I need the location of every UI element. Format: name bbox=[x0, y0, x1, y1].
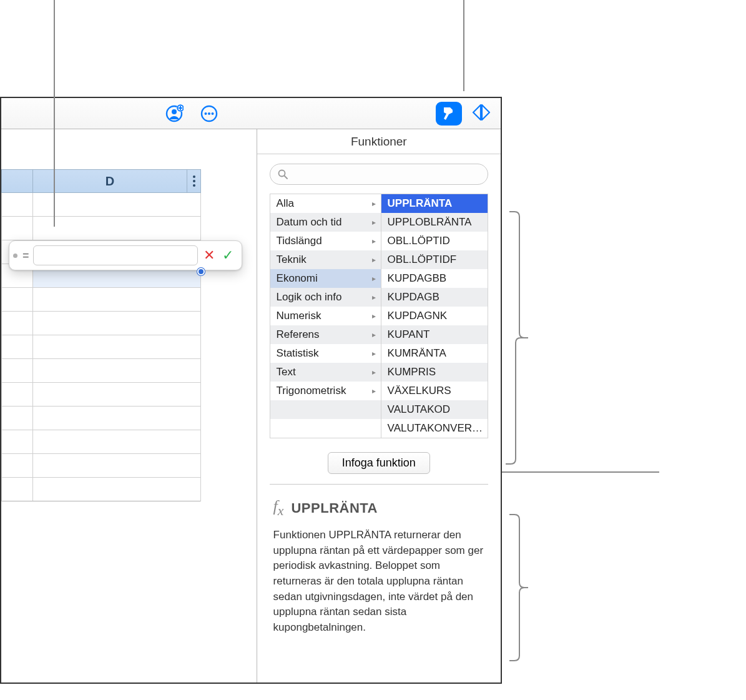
function-item[interactable]: VALUTAKONVER… bbox=[381, 419, 488, 438]
more-icon bbox=[200, 104, 218, 123]
category-item[interactable]: Numerisk▸ bbox=[270, 307, 381, 325]
formula-input[interactable] bbox=[33, 245, 198, 265]
sheet-pane: D bbox=[1, 129, 257, 683]
organize-icon bbox=[471, 102, 492, 123]
category-item[interactable]: Datum och tid▸ bbox=[270, 213, 381, 232]
collab-button[interactable] bbox=[164, 103, 185, 124]
svg-point-6 bbox=[208, 112, 210, 115]
function-item[interactable]: OBL.LÖPTID bbox=[381, 232, 488, 250]
category-label: Referens bbox=[277, 328, 320, 341]
category-item-empty bbox=[270, 400, 381, 419]
svg-point-7 bbox=[212, 112, 214, 115]
chevron-right-icon: ▸ bbox=[372, 312, 376, 320]
category-item[interactable]: Referens▸ bbox=[270, 325, 381, 344]
cell-selection-handle[interactable] bbox=[197, 268, 205, 275]
sidebar-title: Funktioner bbox=[257, 129, 501, 154]
column-menu-button[interactable] bbox=[187, 170, 200, 192]
column-handle[interactable] bbox=[2, 170, 33, 192]
callout-line bbox=[502, 471, 659, 473]
formula-editor[interactable]: = ✕ ✓ bbox=[9, 240, 242, 270]
function-item[interactable]: KUPDAGBB bbox=[381, 269, 488, 288]
column-label[interactable]: D bbox=[33, 170, 187, 192]
chevron-right-icon: ▸ bbox=[372, 387, 376, 395]
function-item[interactable]: OBL.LÖPTIDF bbox=[381, 250, 488, 269]
function-item[interactable]: VÄXELKURS bbox=[381, 382, 488, 400]
category-label: Ekonomi bbox=[277, 272, 318, 285]
category-item[interactable]: Logik och info▸ bbox=[270, 288, 381, 307]
formula-drag-handle[interactable] bbox=[13, 254, 17, 258]
content-area: D bbox=[1, 129, 501, 683]
callout-brace bbox=[506, 512, 533, 668]
callout-line bbox=[463, 0, 464, 91]
function-item[interactable]: KUPANT bbox=[381, 325, 488, 344]
function-search-input[interactable] bbox=[292, 169, 480, 180]
category-item[interactable]: Alla▸ bbox=[270, 194, 381, 213]
formula-accept-button[interactable]: ✓ bbox=[220, 247, 235, 264]
chevron-right-icon: ▸ bbox=[372, 274, 376, 283]
equals-sign: = bbox=[22, 249, 29, 262]
callout-line bbox=[54, 0, 55, 227]
grid[interactable] bbox=[1, 193, 201, 501]
function-item[interactable]: KUPDAGB bbox=[381, 288, 488, 307]
category-label: Teknik bbox=[277, 254, 307, 266]
format-brush-icon bbox=[441, 106, 457, 122]
function-item[interactable]: KUPDAGNK bbox=[381, 307, 488, 325]
more-button[interactable] bbox=[199, 103, 220, 124]
function-detail: fx UPPLRÄNTA Funktionen UPPLRÄNTA return… bbox=[257, 485, 501, 641]
category-item[interactable]: Statistisk▸ bbox=[270, 344, 381, 363]
function-item[interactable]: KUMPRIS bbox=[381, 363, 488, 382]
function-list[interactable]: UPPLRÄNTAUPPLOBLRÄNTAOBL.LÖPTIDOBL.LÖPTI… bbox=[381, 194, 488, 438]
svg-line-9 bbox=[284, 176, 287, 179]
category-label: Statistisk bbox=[277, 347, 319, 360]
category-item[interactable]: Trigonometrisk▸ bbox=[270, 382, 381, 400]
collab-icon bbox=[165, 104, 184, 123]
insert-function-button[interactable]: Infoga funktion bbox=[328, 452, 430, 474]
category-label: Alla bbox=[277, 197, 294, 210]
functions-sidebar: Funktioner Alla▸Datum och tid▸Tidslängd▸… bbox=[257, 129, 501, 683]
chevron-right-icon: ▸ bbox=[372, 293, 376, 302]
function-item[interactable]: KUMRÄNTA bbox=[381, 344, 488, 363]
chevron-right-icon: ▸ bbox=[372, 349, 376, 358]
category-label: Tidslängd bbox=[277, 235, 322, 247]
formula-cancel-button[interactable]: ✕ bbox=[202, 247, 217, 264]
function-item[interactable]: VALUTAKOD bbox=[381, 400, 488, 419]
category-item[interactable]: Text▸ bbox=[270, 363, 381, 382]
search-icon bbox=[278, 169, 288, 179]
category-label: Text bbox=[277, 366, 296, 378]
function-item[interactable]: UPPLOBLRÄNTA bbox=[381, 213, 488, 232]
app-window: D bbox=[0, 97, 502, 684]
function-detail-name: UPPLRÄNTA bbox=[291, 500, 378, 516]
category-label: Datum och tid bbox=[277, 216, 342, 229]
category-label: Numerisk bbox=[277, 310, 321, 322]
category-item[interactable]: Ekonomi▸ bbox=[270, 269, 381, 288]
function-lists: Alla▸Datum och tid▸Tidslängd▸Teknik▸Ekon… bbox=[270, 194, 488, 438]
category-item[interactable]: Teknik▸ bbox=[270, 250, 381, 269]
function-detail-description: Funktionen UPPLRÄNTA returnerar den uppl… bbox=[273, 528, 484, 635]
svg-point-5 bbox=[205, 112, 207, 115]
chevron-right-icon: ▸ bbox=[372, 218, 376, 227]
chevron-right-icon: ▸ bbox=[372, 199, 376, 208]
category-label: Trigonometrisk bbox=[277, 385, 346, 397]
toolbar bbox=[1, 98, 501, 129]
chevron-right-icon: ▸ bbox=[372, 368, 376, 377]
column-header[interactable]: D bbox=[1, 169, 201, 193]
category-label: Logik och info bbox=[277, 291, 342, 303]
function-search[interactable] bbox=[270, 164, 488, 185]
chevron-right-icon: ▸ bbox=[372, 237, 376, 245]
category-item[interactable]: Tidslängd▸ bbox=[270, 232, 381, 250]
callout-brace bbox=[506, 209, 533, 471]
category-item-empty bbox=[270, 419, 381, 438]
chevron-right-icon: ▸ bbox=[372, 330, 376, 339]
function-item[interactable]: UPPLRÄNTA bbox=[381, 194, 488, 213]
format-button[interactable] bbox=[436, 102, 462, 126]
svg-point-1 bbox=[172, 109, 177, 114]
organize-button[interactable] bbox=[471, 102, 492, 123]
category-list[interactable]: Alla▸Datum och tid▸Tidslängd▸Teknik▸Ekon… bbox=[270, 194, 381, 438]
fx-icon: fx bbox=[273, 497, 284, 519]
chevron-right-icon: ▸ bbox=[372, 255, 376, 264]
